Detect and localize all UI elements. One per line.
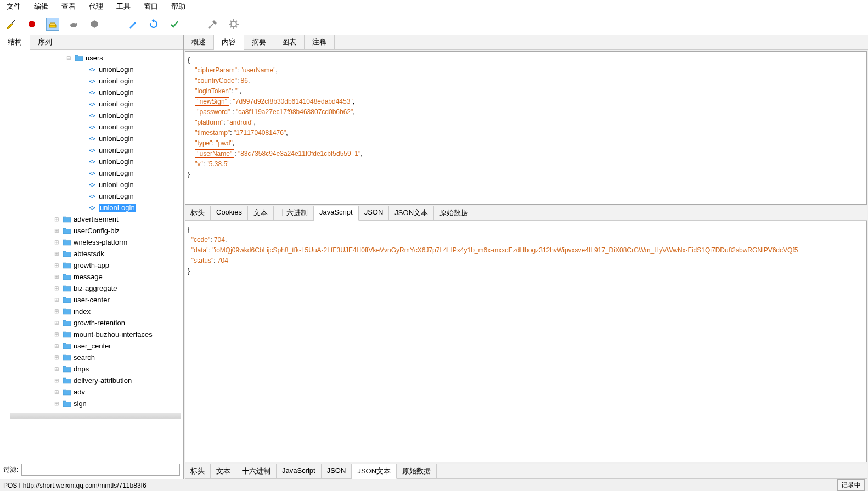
tree-folder-item[interactable]: dnps [74,365,89,373]
mid-tab-十六进制[interactable]: 十六进制 [274,206,314,220]
expander-icon[interactable]: ⊟ [65,55,72,61]
tree-request-item[interactable]: unionLogin [99,169,134,177]
top-tab-图表[interactable]: 图表 [274,35,305,49]
bot-tab-文本[interactable]: 文本 [211,464,236,478]
tree-folder-item[interactable]: biz-aggregate [74,284,117,292]
expander-icon[interactable]: ⊞ [53,320,60,326]
expander-icon[interactable]: ⊞ [53,366,60,372]
expander-icon[interactable]: ⊞ [53,389,60,395]
filter-input[interactable] [21,464,180,476]
tree-folder-item[interactable]: sign [74,399,87,408]
expander-icon[interactable]: ⊞ [53,274,60,280]
expander-icon[interactable]: ⊞ [53,377,60,383]
expander-icon[interactable]: ⊞ [53,400,60,407]
pen-icon[interactable] [126,18,139,31]
tree-folder-item[interactable]: userConfig-biz [74,227,120,235]
request-icon [88,100,97,109]
menu-代理[interactable]: 代理 [82,1,110,13]
tree-request-item[interactable]: unionLogin [99,123,134,131]
tree-folder-item[interactable]: growth-app [74,261,109,269]
expander-icon[interactable]: ⊞ [53,262,60,268]
mid-tab-JSON文本[interactable]: JSON文本 [389,206,434,220]
menu-工具[interactable]: 工具 [110,1,137,13]
expander-icon[interactable]: ⊞ [53,297,60,303]
folder-icon [63,296,71,303]
tree-folder-item[interactable]: advertisement [74,215,119,223]
expander-icon[interactable]: ⊞ [53,331,60,337]
tree-folder-users[interactable]: users [86,54,103,62]
check-icon[interactable] [168,18,181,31]
tree-request-item[interactable]: unionLogin [99,111,134,120]
expander-icon[interactable]: ⊞ [53,228,60,234]
mid-tab-JavaScript[interactable]: JavaScript [314,206,359,221]
json-line: "countryCode": 86, [188,76,864,86]
recording-button[interactable]: 记录中 [837,479,865,491]
tree-request-item[interactable]: unionLogin [99,204,136,212]
gear-icon[interactable] [227,18,240,31]
tree-folder-item[interactable]: wireless-platform [74,238,127,246]
expander-icon[interactable]: ⊞ [53,308,60,314]
tree-request-item[interactable]: unionLogin [99,65,134,74]
menu-窗口[interactable]: 窗口 [137,1,165,13]
folder-icon [63,262,71,269]
tree-request-item[interactable]: unionLogin [99,88,134,97]
menu-文件[interactable]: 文件 [0,1,27,13]
svg-point-1 [29,21,35,27]
tree-folder-item[interactable]: index [74,307,91,315]
expander-icon[interactable]: ⊞ [53,216,60,222]
expander-icon[interactable]: ⊞ [53,354,60,360]
tree-folder-item[interactable]: growth-retention [74,319,125,327]
bot-tab-十六进制[interactable]: 十六进制 [236,464,277,478]
tree-request-item[interactable]: unionLogin [99,77,134,85]
request-icon [88,169,97,178]
bot-tab-JSON[interactable]: JSON [322,464,352,478]
left-tab-序列[interactable]: 序列 [30,35,60,49]
mid-tab-Cookies[interactable]: Cookies [211,206,248,220]
top-tab-注释[interactable]: 注释 [305,35,335,49]
tools-icon[interactable] [206,18,219,31]
menu-编辑[interactable]: 编辑 [27,1,55,13]
refresh-icon[interactable] [147,18,160,31]
tree-request-item[interactable]: unionLogin [99,134,134,143]
tree-folder-item[interactable]: message [74,273,103,281]
menu-帮助[interactable]: 帮助 [165,1,192,13]
bot-tab-原始数据[interactable]: 原始数据 [397,464,437,478]
expander-icon[interactable]: ⊞ [53,285,60,291]
svg-line-15 [230,26,232,27]
h-scrollbar[interactable] [10,413,181,419]
tree-folder-item[interactable]: delivery-attribution [74,376,132,385]
json-line: "password": "ca8f119a27ec17f98b463807cd0… [188,107,864,117]
turtle-icon[interactable] [67,18,80,31]
record-icon[interactable] [25,18,38,31]
throttle-icon[interactable] [46,18,59,31]
expander-icon[interactable]: ⊞ [53,251,60,257]
tree-request-item[interactable]: unionLogin [99,180,134,189]
mid-tab-JSON[interactable]: JSON [359,206,390,220]
expander-icon[interactable]: ⊞ [53,239,60,245]
tree-folder-item[interactable]: search [74,353,95,362]
top-tab-摘要[interactable]: 摘要 [244,35,274,49]
hex-icon[interactable] [88,18,101,31]
tree-request-item[interactable]: unionLogin [99,146,134,154]
expander-icon[interactable]: ⊞ [53,343,60,349]
broom-icon[interactable] [4,18,18,31]
menu-查看[interactable]: 查看 [55,1,82,13]
mid-tab-标头[interactable]: 标头 [185,206,211,220]
tree-folder-item[interactable]: user_center [74,342,111,350]
tree-request-item[interactable]: unionLogin [99,157,134,166]
bot-tab-标头[interactable]: 标头 [185,464,211,478]
tree-request-item[interactable]: unionLogin [99,100,134,108]
tree-folder-item[interactable]: mount-buzhou-interfaces [74,330,153,338]
bot-tab-JavaScript[interactable]: JavaScript [277,464,322,478]
top-tab-概述[interactable]: 概述 [184,35,214,49]
left-tab-结构[interactable]: 结构 [0,35,30,50]
tree-request-item[interactable]: unionLogin [99,192,134,200]
tree-folder-item[interactable]: abtestsdk [74,250,104,258]
mid-tab-文本[interactable]: 文本 [248,206,274,220]
tree-folder-item[interactable]: user-center [74,296,110,304]
top-tab-内容[interactable]: 内容 [214,35,244,50]
mid-tab-原始数据[interactable]: 原始数据 [434,206,474,220]
bot-tab-JSON文本[interactable]: JSON文本 [352,464,397,479]
tree-folder-item[interactable]: adv [74,388,85,396]
folder-icon [63,377,71,384]
